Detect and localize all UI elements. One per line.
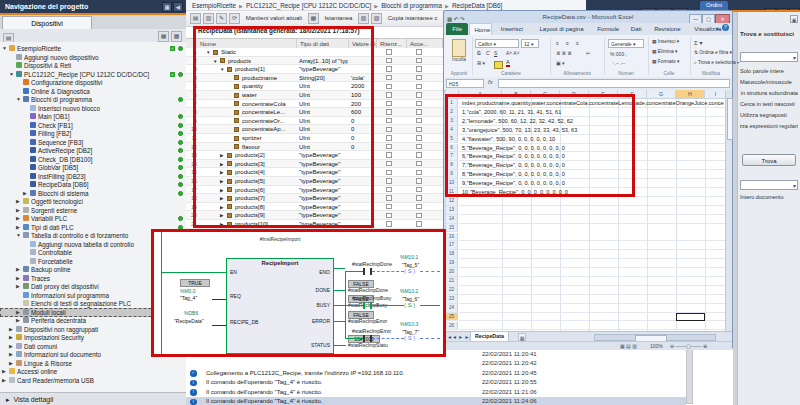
db-row-quantity[interactable]: 5quantityUInt2000	[186, 82, 443, 91]
db-row-spritzer[interactable]: 11spritzerUInt0	[186, 134, 443, 143]
log-row-3[interactable]: ✓Collegamento a PLC1212C_Recipe, tramite…	[186, 369, 686, 379]
db-row-concentrateAp-[interactable]: 10concentrateAp...UInt0	[186, 125, 443, 134]
font-color-icon[interactable]: A	[506, 59, 510, 67]
horizontal-scrollbar[interactable]	[594, 334, 716, 341]
grid-view-icon[interactable]: ▦	[158, 31, 169, 42]
align-left-icon[interactable]: ≡	[556, 40, 559, 46]
merge-center-icon[interactable]: ▣ ▾	[556, 60, 565, 66]
row-header-1[interactable]: 1	[446, 99, 458, 108]
db-access-checkbox[interactable]	[416, 221, 422, 227]
copy-snapshot-icon-1[interactable]: ▧	[358, 13, 369, 24]
wrap-text-icon[interactable]: ↩	[586, 50, 590, 56]
csv-row-9[interactable]: 8,"Beverage_Recipe", 0, 0, 0, 0, 0, 0, 0…	[462, 170, 724, 179]
row-header-10[interactable]: 10	[446, 179, 458, 188]
row-header-9[interactable]: 9	[446, 170, 458, 179]
formula-input[interactable]	[498, 79, 730, 88]
db-access-checkbox[interactable]	[416, 66, 422, 72]
db-cell-start-value[interactable]: 0	[351, 117, 376, 126]
csv-row-2[interactable]: 1,"cola", 2000, 60, 11, 21, 31, 41, 51, …	[462, 108, 724, 117]
db-cell-type[interactable]: "typeBeverage"	[299, 203, 348, 212]
tab-dispositivi[interactable]: Dispositivi	[2, 16, 92, 30]
ribbon-collapse-icon[interactable]: ▲	[715, 25, 720, 31]
copy-snapshots-button[interactable]: Copia istantanee c	[388, 15, 438, 21]
excel-tab-revisione[interactable]: Revisione	[648, 23, 686, 35]
column-header-A[interactable]: A	[459, 90, 502, 99]
db-cell-type[interactable]: "typeBeverage"	[299, 194, 348, 203]
db-row-concentrateOr-[interactable]: 9concentrateOr...UInt0	[186, 117, 443, 126]
font-grow-icon[interactable]: A˄ A˅	[506, 50, 520, 56]
db-access-checkbox[interactable]	[416, 135, 422, 141]
db-cell-start-value[interactable]: 0	[351, 134, 376, 143]
italic-icon[interactable]: C	[486, 50, 490, 56]
db-access-checkbox[interactable]	[416, 92, 422, 98]
db-cell-type[interactable]: "typeBeverage"	[299, 65, 348, 74]
db-access-checkbox[interactable]	[416, 49, 422, 55]
db-retain-checkbox[interactable]	[386, 161, 392, 167]
db-cell-name[interactable]: Static	[221, 48, 311, 57]
db-retain-checkbox[interactable]	[386, 118, 392, 124]
db-row-products-9-[interactable]: 20▶products[9]"typeBeverage"	[186, 211, 443, 220]
db-cell-start-value[interactable]: 0	[351, 143, 376, 152]
db-retain-checkbox[interactable]	[386, 127, 392, 133]
db-cell-type[interactable]: "typeBeverage"	[299, 186, 348, 195]
db-access-checkbox[interactable]	[416, 195, 422, 201]
db-cell-type[interactable]: "typeBeverage"	[299, 211, 348, 220]
set-coil-1[interactable]: ( S )	[404, 301, 415, 309]
column-header-D[interactable]: D	[560, 90, 589, 99]
sheet-nav-icons[interactable]: ◄◄ ► ►|	[447, 334, 471, 340]
reset-icon[interactable]: ⟳	[229, 13, 240, 24]
excel-tab-formule[interactable]: Formule	[592, 23, 624, 35]
borders-icon[interactable]: ⊞ ▾	[477, 60, 485, 66]
align-center-icon[interactable]: ≡	[566, 40, 569, 46]
replace-input[interactable]	[740, 180, 798, 190]
column-header-E[interactable]: E	[589, 90, 618, 99]
db-cell-type[interactable]: "typeBeverage"	[299, 160, 348, 169]
snapshot-button[interactable]: Istantanea	[324, 15, 352, 21]
csv-row-4[interactable]: 3,"orangejuice", 500, 70, 13, 23, 33, 43…	[462, 126, 724, 135]
find-option-1[interactable]: Solo parole intere	[740, 68, 798, 74]
column-header-H[interactable]: H	[676, 90, 705, 99]
insert-sheet-icon[interactable]: ▦	[518, 333, 526, 341]
row-header-5[interactable]: 5	[446, 135, 458, 144]
db-row-products-8-[interactable]: 19▶products[8]"typeBeverage"	[186, 203, 443, 212]
db-cell-type[interactable]: UInt	[299, 117, 348, 126]
db-access-checkbox[interactable]	[416, 144, 422, 150]
db-cell-start-value[interactable]: 600	[351, 108, 376, 117]
csv-row-1[interactable]: index,productname,quantity,water,concent…	[462, 99, 724, 108]
db-cell-type[interactable]: UInt	[299, 125, 348, 134]
zoom-slider[interactable]: ⊖ ───▢─── ⊕	[670, 343, 707, 349]
db-access-checkbox[interactable]	[416, 178, 422, 184]
add-row-icon[interactable]: ▥	[203, 13, 214, 24]
row-header-19[interactable]: 19	[446, 259, 458, 268]
excel-tab-file[interactable]: File	[446, 23, 468, 35]
insert-row-icon[interactable]: ▤	[190, 13, 201, 24]
db-retain-checkbox[interactable]	[386, 152, 392, 158]
copy-snapshot-icon-2[interactable]: ▨	[371, 13, 382, 24]
contact-bar-a-1[interactable]	[363, 302, 365, 309]
underline-icon[interactable]: S	[494, 50, 497, 56]
log-scrollbar[interactable]	[686, 349, 693, 404]
excel-tab-dati[interactable]: Dati	[625, 23, 647, 35]
db-retain-checkbox[interactable]	[386, 75, 392, 81]
db-cell-type[interactable]: Array[1..10] of "typ...	[299, 57, 348, 66]
csv-row-11[interactable]: 10,"Beverage_Recipe", 0, 0, 0, 0, 0, 0, …	[462, 188, 724, 197]
row-header-13[interactable]: 13	[446, 206, 458, 215]
number-format-select[interactable]: Generale ▾	[608, 39, 644, 48]
cell-cursor[interactable]	[676, 313, 705, 322]
db-retain-checkbox[interactable]	[386, 204, 392, 210]
db-retain-checkbox[interactable]	[386, 213, 392, 219]
db-cell-start-value[interactable]: 100	[351, 91, 376, 100]
row-header-23[interactable]: 23	[446, 295, 458, 304]
excel-tab-home[interactable]: Home	[469, 23, 491, 35]
db-retain-checkbox[interactable]	[386, 49, 392, 55]
db-cell-type[interactable]: UInt	[299, 134, 348, 143]
db-cell-type[interactable]: UInt	[299, 143, 348, 152]
find-button[interactable]: Trova	[742, 154, 796, 166]
csv-row-10[interactable]: 9,"Beverage_Recipe", 0, 0, 0, 0, 0, 0, 0…	[462, 179, 724, 188]
cells-formato-button[interactable]: ▦ Formato ▾	[652, 59, 679, 64]
db-retain-checkbox[interactable]	[386, 101, 392, 107]
name-box[interactable]: H25	[446, 79, 484, 88]
ordini-tab[interactable]: Ordini	[700, 1, 728, 10]
db-retain-checkbox[interactable]	[386, 195, 392, 201]
row-header-24[interactable]: 24	[446, 304, 458, 313]
